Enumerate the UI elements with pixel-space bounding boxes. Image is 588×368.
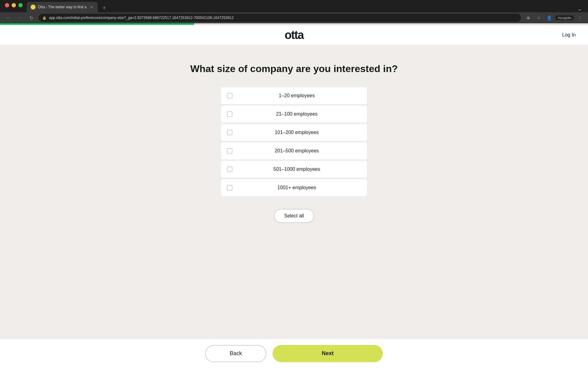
- tab-close-btn[interactable]: ✕: [89, 5, 94, 10]
- select-all-button[interactable]: Select all: [274, 209, 315, 223]
- checkbox-1-20[interactable]: [227, 93, 232, 98]
- option-501-1000[interactable]: 501–1000 employees: [221, 160, 368, 178]
- minimize-window-btn[interactable]: [12, 3, 16, 7]
- checkbox-201-500[interactable]: [227, 148, 232, 154]
- option-label-501-1000: 501–1000 employees: [232, 167, 361, 172]
- page-wrapper: otta Log In What size of company are you…: [0, 0, 588, 368]
- tab-title: Otta - The better way to find a: [38, 5, 87, 9]
- site-header: otta Log In: [0, 25, 588, 45]
- menu-icon[interactable]: ⋮: [576, 13, 584, 22]
- tab-favicon: [31, 5, 36, 10]
- option-label-1001plus: 1001+ employees: [232, 185, 361, 190]
- option-1-20[interactable]: 1–20 employees: [221, 87, 368, 105]
- profile-icon[interactable]: 👤: [545, 13, 553, 22]
- close-window-btn[interactable]: [5, 3, 9, 7]
- logo-text: otta: [285, 29, 303, 41]
- option-label-21-100: 21–100 employees: [232, 111, 361, 117]
- url-bar[interactable]: 🔒 app.otta.com/initial-preferences/compa…: [39, 14, 521, 22]
- url-text: app.otta.com/initial-preferences/company…: [49, 16, 517, 20]
- back-button[interactable]: Back: [205, 345, 266, 362]
- progress-bar-fill: [0, 23, 194, 25]
- option-201-500[interactable]: 201–500 employees: [221, 142, 368, 160]
- option-101-200[interactable]: 101–200 employees: [221, 124, 368, 141]
- option-1001plus[interactable]: 1001+ employees: [221, 179, 368, 197]
- maximize-window-btn[interactable]: [18, 3, 23, 7]
- option-21-100[interactable]: 21–100 employees: [221, 105, 368, 123]
- login-button[interactable]: Log In: [562, 32, 576, 38]
- cast-icon[interactable]: ⊕: [524, 13, 533, 22]
- address-bar-actions: ⊕ ☆ 👤 Incognito ⋮: [524, 13, 584, 22]
- address-bar: ← → ↻ 🔒 app.otta.com/initial-preferences…: [0, 12, 588, 23]
- option-label-101-200: 101–200 employees: [232, 130, 361, 135]
- question-title: What size of company are you interested …: [190, 63, 398, 75]
- new-tab-btn[interactable]: +: [100, 4, 109, 12]
- checkbox-501-1000[interactable]: [227, 167, 232, 172]
- otta-logo: otta: [285, 29, 303, 42]
- next-button[interactable]: Next: [273, 345, 383, 362]
- options-container: 1–20 employees 21–100 employees 101–200 …: [221, 87, 368, 223]
- progress-bar-container: [0, 23, 588, 25]
- incognito-badge: Incognito: [555, 15, 574, 20]
- main-content: What size of company are you interested …: [0, 45, 588, 368]
- option-label-1-20: 1–20 employees: [232, 93, 361, 98]
- tab-strip-menu[interactable]: ⌄: [577, 6, 582, 12]
- bookmark-icon[interactable]: ☆: [534, 13, 543, 22]
- footer-nav: Back Next: [0, 339, 588, 368]
- window-controls: [5, 3, 23, 7]
- checkbox-101-200[interactable]: [227, 130, 232, 135]
- option-label-201-500: 201–500 employees: [232, 148, 361, 154]
- reload-btn[interactable]: ↻: [27, 13, 36, 22]
- checkbox-1001plus[interactable]: [227, 185, 232, 190]
- active-tab[interactable]: Otta - The better way to find a ✕: [27, 2, 98, 12]
- incognito-label: Incognito: [558, 16, 571, 20]
- forward-nav-btn[interactable]: →: [15, 13, 24, 22]
- tab-bar: Otta - The better way to find a ✕ + ⌄: [0, 0, 588, 12]
- browser-chrome: Otta - The better way to find a ✕ + ⌄ ← …: [0, 0, 588, 23]
- checkbox-21-100[interactable]: [227, 111, 232, 117]
- lock-icon: 🔒: [42, 16, 47, 20]
- back-nav-btn[interactable]: ←: [4, 13, 12, 22]
